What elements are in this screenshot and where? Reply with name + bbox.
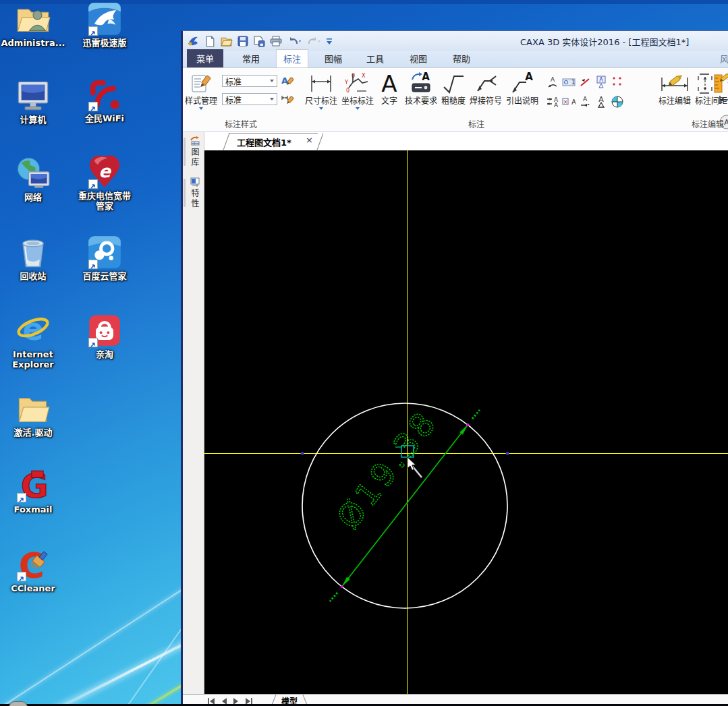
ccleaner-icon: C [16, 547, 51, 582]
drawing-canvas[interactable]: Ø19.38 [204, 150, 728, 694]
svg-text:A: A [583, 96, 588, 102]
ribbon-group-annotate: 尺寸标注 0XY0 坐标标注 A 文字 A 技术要求 [299, 68, 654, 131]
tab-menu[interactable]: 菜单 [187, 49, 223, 67]
dimension-style-edit-button[interactable] [280, 92, 295, 106]
foxmail-icon: G [16, 468, 51, 503]
tab-style-partial[interactable]: 风格 [720, 52, 728, 65]
center-marks-tool[interactable] [611, 73, 624, 91]
dropdown-arrow-icon [319, 107, 323, 110]
text-style-combo[interactable]: 标准 [222, 75, 277, 87]
document-tab-bar: 工程图文档1* × [204, 132, 728, 150]
side-tab-properties[interactable]: 特性 [187, 177, 202, 209]
leader-note-icon: A [509, 71, 536, 96]
desktop-icon-recycle-bin[interactable]: 回收站 [1, 235, 65, 281]
tab-tools[interactable]: 工具 [360, 50, 391, 67]
desktop-icon-quanmin-wifi[interactable]: 全民WiFi [72, 77, 137, 123]
desktop-icon-foxmail[interactable]: G Foxmail [1, 468, 65, 514]
tab-help[interactable]: 帮助 [446, 50, 477, 67]
text-swap-tool[interactable]: AA [546, 93, 559, 111]
technical-requirement-icon: A [408, 71, 434, 96]
curved-text-tool[interactable]: A [546, 73, 559, 91]
desktop-icon-computer[interactable]: 计算机 [1, 78, 65, 125]
tab-edge [223, 134, 230, 150]
desktop-icon-qintao[interactable]: 亲淘 [72, 313, 137, 359]
desktop-icon-administrator[interactable]: Administra... [1, 1, 65, 48]
center-mark-circle-tool[interactable] [611, 93, 624, 111]
datum-symbol-tool[interactable]: A [594, 93, 608, 111]
print-button[interactable] [270, 36, 282, 47]
undo-button[interactable] [287, 36, 302, 47]
save-button[interactable] [237, 36, 248, 47]
svg-text:A: A [571, 98, 576, 106]
text-button[interactable]: A 文字 [376, 68, 403, 106]
desktop-icon-drivers-folder[interactable]: 激活.驱动 [1, 391, 65, 438]
ribbon-tabs: 菜单 常用 标注 图幅 工具 视图 帮助 风格 [183, 51, 728, 67]
dimension-style-combo[interactable]: 标准 [222, 93, 277, 105]
text-arrow-tool[interactable]: A [578, 93, 592, 111]
roughness-button[interactable]: 粗糙度 [439, 68, 468, 106]
new-document-button[interactable] [204, 36, 216, 47]
desktop-icon-internet-explorer[interactable]: e Internet Explorer [1, 313, 65, 370]
desktop-icon-network[interactable]: 网络 [1, 156, 65, 202]
datum-target-tool[interactable]: A [594, 73, 608, 91]
desktop-icon-label: Internet Explorer [1, 349, 65, 370]
open-document-button[interactable] [221, 36, 233, 47]
desktop-icon-label: 回收站 [1, 271, 65, 281]
svg-text:A: A [281, 76, 288, 86]
start-orb-partial[interactable] [9, 701, 28, 706]
user-folder-icon [16, 1, 51, 36]
desktop-icon-ccleaner[interactable]: C CCleaner [1, 547, 65, 593]
title-bar: CAXA 3D 实体设计2016 - [工程图文档1*] [183, 31, 728, 51]
tab-annotate[interactable]: 标注 [276, 49, 308, 68]
ribbon-group-annotation-edit: 标注编辑 标注间距 A 标注编辑 [654, 68, 728, 131]
svg-text:1: 1 [571, 80, 575, 86]
dimension-edit-button[interactable]: 标注编辑 [656, 68, 693, 106]
slope-tool[interactable] [578, 73, 592, 91]
desktop-icon-xunlei[interactable]: 迅雷极速版 [72, 1, 137, 48]
recycle-bin-icon [16, 235, 51, 270]
dropdown-arrow-icon [199, 107, 203, 110]
weld-symbol-icon [473, 71, 499, 96]
desktop-icon-label: 网络 [1, 192, 65, 202]
dimension-value-tool[interactable]: 1 [562, 73, 576, 91]
tab-edge [229, 133, 318, 134]
save-all-button[interactable] [253, 36, 265, 47]
qintao-bag-icon [87, 313, 122, 348]
window-title: CAXA 3D 实体设计2016 - [工程图文档1*] [520, 35, 689, 48]
edge-dimension-tool[interactable] [719, 94, 728, 109]
caxa-window: CAXA 3D 实体设计2016 - [工程图文档1*] 菜单 常用 标注 图幅… [181, 30, 728, 706]
intersection-dot [301, 452, 304, 455]
desktop-icon-label: Foxmail [1, 504, 65, 514]
side-tab-library[interactable]: 图库 [187, 136, 202, 168]
close-document-icon[interactable]: × [306, 136, 313, 145]
customize-toolbar-button[interactable] [326, 36, 333, 46]
dimension-style-value: 标准 [225, 94, 242, 105]
style-manager-button[interactable]: 样式管理 [183, 68, 219, 110]
tab-view[interactable]: 视图 [403, 50, 434, 67]
tab-sheet[interactable]: 图幅 [318, 50, 349, 67]
svg-text:A: A [554, 102, 559, 108]
side-tab-label: 图库 [189, 148, 200, 168]
dimension-icon [308, 71, 335, 96]
text-box-tool[interactable]: ×A [562, 93, 576, 111]
tab-common[interactable]: 常用 [235, 50, 267, 67]
text-style-edit-button[interactable]: A [280, 74, 295, 88]
dimension-button[interactable]: 尺寸标注 [303, 68, 339, 110]
desktop-icon-label: 全民WiFi [72, 113, 137, 123]
document-tab[interactable]: 工程图文档1* × [222, 133, 323, 150]
edit-pencil-tool[interactable] [719, 71, 728, 88]
diameter-dimension[interactable]: Ø19.38 [329, 403, 480, 601]
desktop-icon-label: CCleaner [1, 583, 65, 593]
xunlei-bird-icon [87, 1, 122, 36]
group-label: 标注 [299, 118, 654, 129]
desktop-icon-broadband[interactable]: e 重庆电信宽带管家 [72, 154, 137, 211]
dropdown-arrow-icon [356, 107, 360, 110]
coordinate-dimension-button[interactable]: 0XY0 坐标标注 [339, 68, 376, 110]
leader-note-button[interactable]: A 引出说明 [504, 68, 540, 106]
combo-dropdown-icon [270, 80, 274, 82]
technical-requirement-button[interactable]: A 技术要求 [403, 68, 439, 106]
roughness-icon [441, 71, 466, 96]
desktop-icon-baidu-cloud[interactable]: 百度云管家 [72, 235, 137, 281]
redo-button[interactable] [306, 36, 321, 47]
weld-symbol-button[interactable]: 焊接符号 [468, 68, 504, 106]
